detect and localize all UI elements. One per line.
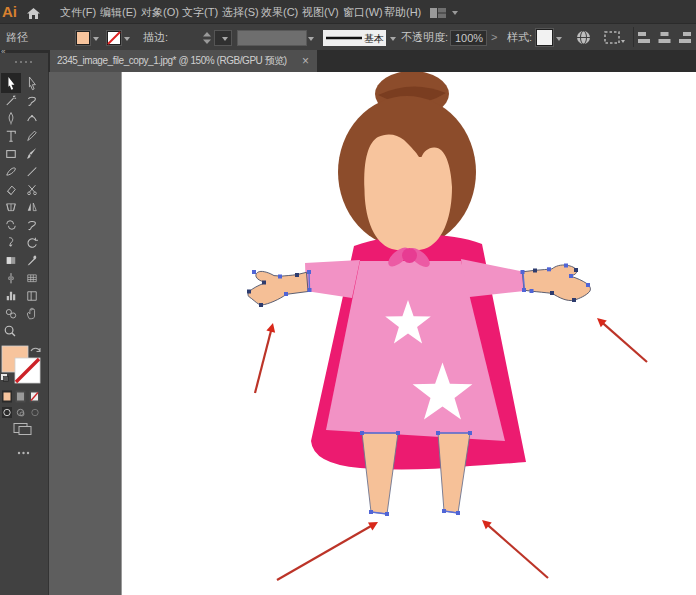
svg-text:«: « — [1, 47, 6, 56]
